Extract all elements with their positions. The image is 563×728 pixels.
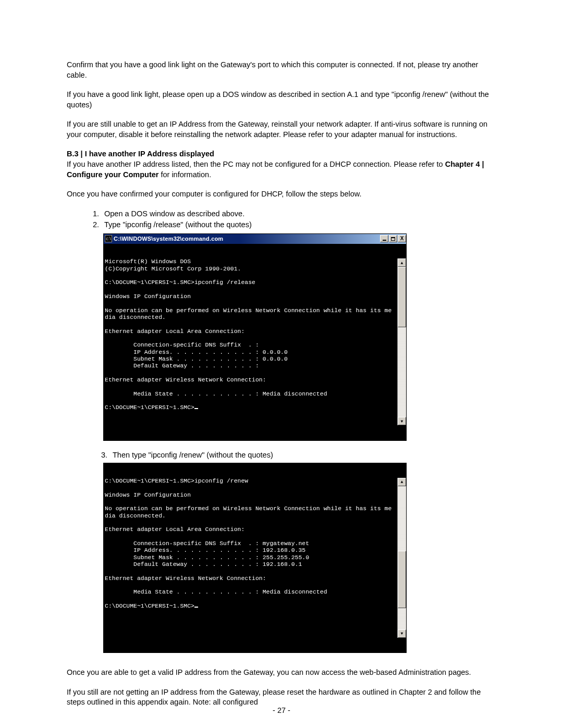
scroll-up-icon[interactable]: ▲ [398,478,406,486]
step-item: 3.Then type "ipconfig /renew" (without t… [67,450,496,461]
scrollbar-track[interactable] [398,267,406,417]
scrollbar-track[interactable] [398,486,406,630]
terminal-text: Microsoft(R) Windows DOS (C)Copyright Mi… [105,258,391,411]
paragraph-tail: for information. [158,170,211,179]
paragraph: Once you are able to get a valid IP addr… [67,668,496,678]
steps-list: Open a DOS window as described above. Ty… [67,209,496,230]
document-page: Confirm that you have a good link light … [0,0,563,728]
step-item: Open a DOS window as described above. [101,209,496,219]
window-titlebar: c:\ C:\WINDOWS\system32\command.com X [104,234,406,244]
minimize-button[interactable] [380,235,388,242]
scrollbar[interactable]: ▲ ▼ [397,478,406,638]
scroll-up-icon[interactable]: ▲ [398,258,406,267]
step-number: 3. [101,450,113,461]
paragraph: If you are still unable to get an IP Add… [67,119,496,140]
terminal-output: C:\DOCUME~1\CPERSI~1.SMC>ipconfig /renew… [104,463,406,653]
step-item: Type "ipconfig /release" (without the qu… [101,220,496,230]
window-title: C:\WINDOWS\system32\command.com [114,235,223,243]
step-text: Then type "ipconfig /renew" (without the… [113,451,273,459]
cursor-icon [194,408,198,409]
paragraph: If you have a good link light, please op… [67,90,496,110]
close-button[interactable]: X [398,235,406,242]
cursor-icon [194,607,198,608]
command-prompt-icon: c:\ [105,235,112,242]
scroll-down-icon[interactable]: ▼ [398,417,406,425]
scrollbar-thumb[interactable] [398,551,406,608]
scrollbar-thumb[interactable] [398,267,406,327]
terminal-text: C:\DOCUME~1\CPERSI~1.SMC>ipconfig /renew… [105,478,391,609]
scroll-down-icon[interactable]: ▼ [398,630,406,638]
page-number: - 27 - [0,706,563,716]
section-heading: B.3 | I have another IP Address displaye… [67,150,214,158]
paragraph: Once you have confirmed your computer is… [67,189,496,200]
terminal-output: Microsoft(R) Windows DOS (C)Copyright Mi… [104,244,406,440]
maximize-button[interactable] [389,235,397,242]
dos-window: C:\DOCUME~1\CPERSI~1.SMC>ipconfig /renew… [103,463,407,653]
paragraph: Confirm that you have a good link light … [67,60,496,80]
paragraph: If you still are not getting an IP addre… [67,687,496,708]
paragraph: If you have another IP address listed, t… [67,160,445,168]
dos-window: c:\ C:\WINDOWS\system32\command.com X Mi… [103,233,407,441]
scrollbar[interactable]: ▲ ▼ [397,258,406,425]
